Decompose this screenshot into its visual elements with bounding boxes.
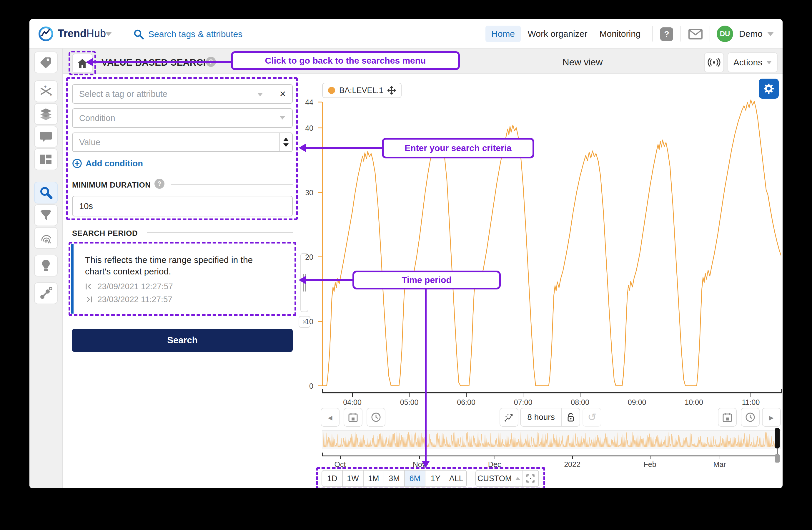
user-menu-caret-icon — [767, 32, 774, 36]
zoom-range-button-1d[interactable]: 1D — [322, 471, 343, 486]
value-stepper[interactable] — [279, 133, 292, 151]
criteria-callout: Enter your search criteria — [382, 138, 534, 158]
tag-select[interactable]: × — [72, 84, 293, 104]
search-icon — [133, 29, 144, 40]
zoom-range-button-6m[interactable]: 6M — [405, 471, 425, 486]
global-search-input[interactable]: Search tags & attributes — [148, 29, 243, 40]
series-legend-chip[interactable]: BA:LEVEL.1 — [322, 83, 402, 98]
history-reset-button[interactable]: ↺ — [582, 408, 601, 427]
view-title: New view — [553, 57, 612, 68]
nav-tab-monitoring[interactable]: Monitoring — [596, 26, 644, 42]
x-axis-tick — [523, 393, 523, 397]
sidebar-item-search[interactable] — [34, 182, 58, 204]
value-input-wrap[interactable] — [72, 132, 293, 152]
chart-settings-button[interactable] — [759, 79, 779, 99]
zoom-range-button-3m[interactable]: 3M — [384, 471, 405, 486]
tag-clear-button[interactable]: × — [273, 85, 292, 103]
jump-start-date-button[interactable] — [344, 408, 362, 427]
user-menu[interactable]: Demo — [739, 26, 763, 42]
actions-label: Actions — [734, 57, 762, 67]
sidebar-item-comments[interactable] — [34, 126, 58, 148]
condition-select[interactable] — [72, 108, 293, 128]
context-axis-tick — [650, 456, 651, 459]
series-legend-label: BA:LEVEL.1 — [339, 86, 383, 95]
custom-range-group: CUSTOM — [476, 470, 539, 487]
svg-text:÷: ÷ — [40, 89, 42, 93]
x-axis-tick-label: 11:00 — [736, 398, 766, 407]
context-month-label: Mar — [705, 460, 734, 469]
sidebar-item-connections[interactable] — [34, 282, 58, 304]
search-button[interactable]: Search — [72, 329, 293, 352]
x-axis-tick — [352, 393, 353, 397]
zoom-range-button-1w[interactable]: 1W — [343, 471, 363, 486]
sidebar-item-tags[interactable] — [34, 52, 58, 73]
zoom-range-button-1m[interactable]: 1M — [364, 471, 384, 486]
period-end-icon — [85, 296, 93, 303]
x-axis-left-cap — [322, 389, 323, 393]
sidebar-item-layers[interactable] — [34, 103, 58, 125]
jump-end-date-button[interactable] — [718, 408, 737, 427]
context-overview-strip[interactable] — [322, 430, 781, 449]
value-input[interactable] — [73, 133, 273, 151]
condition-select-input[interactable] — [73, 109, 292, 127]
context-axis-line — [322, 456, 778, 456]
left-icon-rail: + ÷ × − — [29, 48, 63, 488]
stepper-up-icon[interactable] — [283, 138, 289, 141]
lock-open-icon — [567, 413, 575, 422]
sidebar-item-calculations[interactable]: + ÷ × − — [34, 80, 58, 102]
sidebar-item-dashboard[interactable] — [34, 149, 58, 170]
period-end-row: 23/03/2022 11:27:57 — [85, 295, 172, 304]
nav-tab-work-organizer[interactable]: Work organizer — [527, 26, 589, 42]
start-time-button[interactable] — [366, 408, 386, 427]
minimum-duration-help-icon[interactable]: ? — [155, 179, 164, 189]
actions-button[interactable]: Actions — [728, 52, 778, 72]
mail-icon[interactable] — [688, 29, 702, 40]
help-icon[interactable]: ? — [660, 27, 673, 41]
minimum-duration-input[interactable] — [73, 196, 292, 216]
context-overview-series — [323, 432, 778, 447]
period-annotation-down-arrowhead — [422, 461, 430, 468]
y-axis-tick — [318, 127, 322, 128]
y-axis-tick-label: 0 — [293, 382, 313, 390]
trend-compare-icon — [504, 412, 514, 422]
brand-light: Hub — [87, 27, 106, 40]
tag-icon — [40, 56, 52, 69]
duration-label[interactable]: 8 hours — [521, 408, 562, 426]
criteria-annotation-arrowhead — [299, 144, 306, 152]
duration-lock-button[interactable] — [562, 408, 580, 426]
condition-caret-icon — [280, 116, 285, 120]
sidebar-item-insights[interactable] — [34, 255, 58, 277]
sidebar-item-fingerprint[interactable] — [34, 227, 58, 249]
x-axis-tick-label: 08:00 — [565, 398, 595, 407]
context-scrubber-handle[interactable] — [775, 428, 780, 448]
navbar-divider — [123, 19, 123, 48]
live-mode-button[interactable] — [704, 52, 724, 72]
brand-wordmark[interactable]: TrendHub — [58, 27, 106, 40]
sidebar-item-filter[interactable] — [34, 204, 58, 226]
brand-menu-caret-icon[interactable] — [105, 32, 112, 36]
zoom-range-button-all[interactable]: ALL — [446, 471, 466, 486]
fit-range-button[interactable] — [522, 471, 538, 486]
end-time-button[interactable] — [741, 408, 760, 427]
add-condition-link[interactable]: Add condition — [72, 158, 143, 168]
move-icon[interactable] — [388, 86, 396, 95]
stepper-down-icon[interactable] — [283, 143, 289, 147]
pan-right-button[interactable]: ▸ — [762, 408, 781, 427]
compare-button[interactable] — [499, 408, 518, 427]
context-scrubber-grip[interactable] — [775, 454, 780, 463]
period-annotation-vline — [425, 290, 426, 463]
pan-left-button[interactable]: ◂ — [321, 408, 339, 427]
y-axis-tick — [318, 321, 322, 322]
zoom-range-button-1y[interactable]: 1Y — [425, 471, 446, 486]
nav-tab-home[interactable]: Home — [485, 26, 521, 42]
avatar[interactable]: DU — [717, 26, 733, 42]
custom-range-button[interactable]: CUSTOM — [476, 471, 522, 486]
duration-group: 8 hours — [520, 408, 580, 427]
minimum-duration-field[interactable] — [72, 196, 293, 217]
svg-text:+: + — [44, 85, 46, 89]
y-axis-tick-label: 30 — [293, 189, 313, 197]
tag-select-input[interactable] — [73, 85, 261, 103]
clock-icon — [371, 412, 381, 422]
back-annotation-line — [93, 61, 231, 63]
x-axis-tick-label: 05:00 — [394, 398, 424, 407]
